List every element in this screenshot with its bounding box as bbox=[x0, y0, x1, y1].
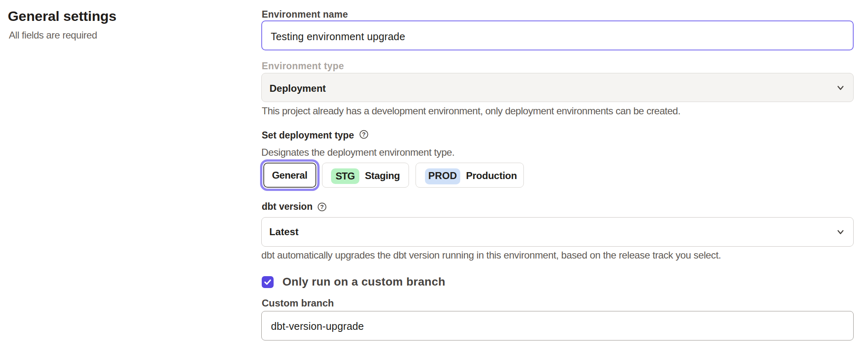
svg-text:?: ? bbox=[320, 204, 324, 210]
svg-text:?: ? bbox=[362, 131, 366, 138]
